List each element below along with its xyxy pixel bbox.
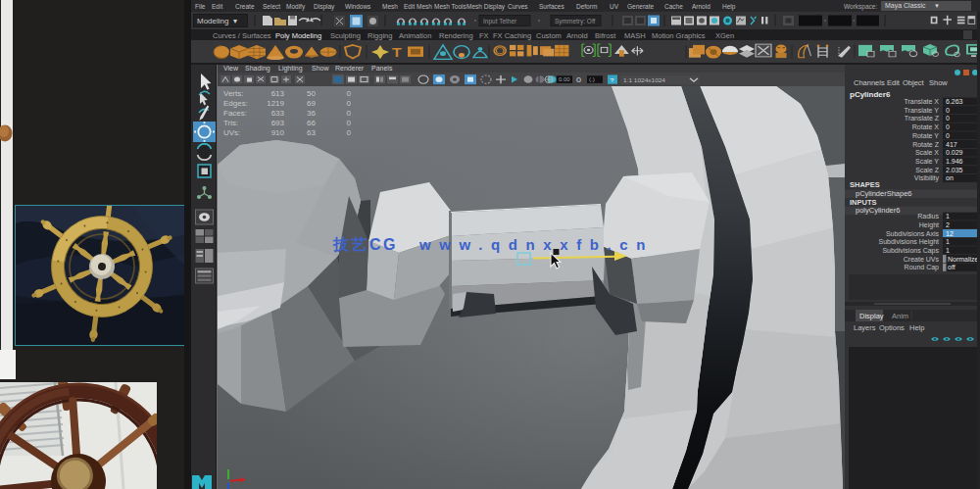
svg-text:?: ? <box>611 76 614 82</box>
svg-text:Verts:: Verts: <box>223 89 243 98</box>
svg-text:910: 910 <box>271 128 285 137</box>
svg-text:0: 0 <box>946 132 950 139</box>
svg-text:Rotate Y: Rotate Y <box>912 132 939 139</box>
svg-text:0: 0 <box>347 89 352 98</box>
svg-text:Edit: Edit <box>887 78 901 87</box>
svg-text:12: 12 <box>946 230 954 237</box>
svg-text:polyCylinder6: polyCylinder6 <box>856 206 900 215</box>
svg-text:Scale X: Scale X <box>915 149 939 156</box>
svg-text:Tris:: Tris: <box>223 119 238 127</box>
svg-text:0: 0 <box>946 123 950 130</box>
svg-text:66: 66 <box>307 119 316 127</box>
svg-text:0: 0 <box>946 115 950 122</box>
svg-text:2: 2 <box>946 221 950 228</box>
svg-text:Anim: Anim <box>892 312 908 320</box>
svg-text:(.): (.) <box>589 77 595 82</box>
svg-text:www.qdnxxfb.cn: www.qdnxxfb.cn <box>418 236 654 253</box>
svg-text:Input Tether: Input Tether <box>483 18 517 25</box>
svg-text:Display: Display <box>859 312 884 320</box>
svg-text:Radius: Radius <box>917 213 939 220</box>
svg-text:UVs:: UVs: <box>223 128 240 137</box>
svg-text:0: 0 <box>347 99 352 108</box>
svg-text:Round Cap: Round Cap <box>905 264 940 271</box>
svg-text:Translate Y: Translate Y <box>905 107 940 114</box>
svg-text:0: 0 <box>347 109 352 118</box>
svg-text:1:1 1024x1024: 1:1 1024x1024 <box>623 77 666 82</box>
svg-text:36: 36 <box>307 109 316 118</box>
svg-text:Channels: Channels <box>854 78 885 87</box>
svg-text:on: on <box>946 174 954 181</box>
svg-text:613: 613 <box>271 89 285 98</box>
svg-text:0.00: 0.00 <box>559 77 570 82</box>
svg-text:off: off <box>948 264 956 270</box>
svg-text:Visibility: Visibility <box>914 174 940 182</box>
svg-text:INPUTS: INPUTS <box>850 198 877 207</box>
svg-text:Symmetry: Off: Symmetry: Off <box>555 18 596 25</box>
svg-text:69: 69 <box>307 99 316 108</box>
svg-text:1.946: 1.946 <box>946 158 963 165</box>
svg-text:Object: Object <box>903 78 925 87</box>
svg-text:1: 1 <box>946 247 950 254</box>
svg-text:Show: Show <box>929 78 948 87</box>
svg-text:1: 1 <box>946 213 950 220</box>
svg-text:1: 1 <box>946 238 950 245</box>
svg-text:1219: 1219 <box>267 99 284 108</box>
svg-text:Create UVs: Create UVs <box>904 256 940 263</box>
svg-text:Subdivisions Caps: Subdivisions Caps <box>882 247 939 255</box>
svg-text:2.035: 2.035 <box>946 167 963 173</box>
svg-text:Help: Help <box>909 323 924 332</box>
svg-text:0.029: 0.029 <box>946 149 963 156</box>
svg-text:Translate Z: Translate Z <box>905 115 940 122</box>
svg-text:6.263: 6.263 <box>946 98 963 105</box>
svg-text:693: 693 <box>271 119 285 127</box>
svg-text:Normalize..: Normalize.. <box>948 256 980 263</box>
svg-text:Options: Options <box>879 323 905 332</box>
svg-text:Subdivisions Axis: Subdivisions Axis <box>886 230 940 237</box>
svg-text:Layers: Layers <box>854 323 876 332</box>
svg-text:50: 50 <box>307 89 316 98</box>
svg-text:Subdivisions Height: Subdivisions Height <box>879 238 940 246</box>
svg-text:0: 0 <box>946 107 950 114</box>
svg-text:T: T <box>392 45 402 59</box>
svg-text:Scale Y: Scale Y <box>915 158 939 165</box>
svg-text:Height: Height <box>919 221 939 229</box>
svg-text:633: 633 <box>271 109 285 118</box>
svg-text:Rotate Z: Rotate Z <box>912 141 940 148</box>
svg-text:63: 63 <box>307 128 316 137</box>
svg-text:Edges:: Edges: <box>223 99 248 108</box>
svg-text:417: 417 <box>946 141 957 148</box>
svg-text:Translate X: Translate X <box>904 98 939 105</box>
svg-text:Scale Z: Scale Z <box>915 167 939 173</box>
svg-text:SHAPES: SHAPES <box>850 180 880 189</box>
svg-text:0: 0 <box>576 75 581 84</box>
svg-text:Faces:: Faces: <box>223 109 247 118</box>
svg-text:0: 0 <box>347 128 352 137</box>
svg-text:pCylinder6: pCylinder6 <box>850 90 891 99</box>
svg-text:Rotate X: Rotate X <box>912 123 940 130</box>
svg-text:技艺CG: 技艺CG <box>332 236 398 253</box>
svg-text:0: 0 <box>347 119 352 127</box>
